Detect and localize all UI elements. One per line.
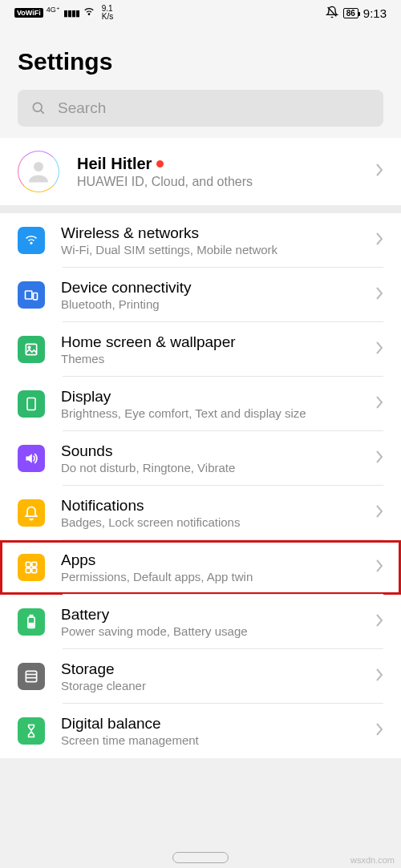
item-sub: Themes — [61, 352, 359, 365]
item-title: Storage — [61, 660, 359, 678]
search-placeholder: Search — [58, 99, 106, 117]
item-title: Sounds — [61, 442, 359, 460]
item-title: Apps — [61, 551, 359, 569]
svg-rect-8 — [27, 398, 35, 410]
item-text: AppsPermissions, Default apps, App twin — [61, 551, 359, 583]
settings-item-battery[interactable]: BatteryPower saving mode, Battery usage — [0, 595, 401, 649]
item-text: StorageStorage cleaner — [61, 660, 359, 692]
item-title: Digital balance — [61, 715, 359, 733]
image-icon — [18, 336, 45, 363]
settings-list: Wireless & networksWi-Fi, Dual SIM setti… — [0, 213, 401, 758]
svg-rect-14 — [30, 616, 32, 618]
svg-rect-15 — [30, 624, 34, 627]
settings-item-bell[interactable]: NotificationsBadges, Lock screen notific… — [0, 486, 401, 540]
network-gen: 4G⁺ — [47, 6, 60, 14]
chevron-right-icon — [375, 395, 383, 413]
wifi-icon — [18, 227, 45, 254]
svg-line-2 — [41, 111, 44, 114]
chevron-right-icon — [375, 504, 383, 522]
item-sub: Brightness, Eye comfort, Text and displa… — [61, 406, 359, 420]
item-text: Wireless & networksWi-Fi, Dual SIM setti… — [61, 224, 359, 256]
item-title: Notifications — [61, 497, 359, 515]
item-text: Digital balanceScreen time management — [61, 715, 359, 747]
chevron-right-icon — [375, 163, 383, 180]
sound-icon — [18, 445, 45, 472]
settings-item-image[interactable]: Home screen & wallpaperThemes — [0, 322, 401, 377]
search-container: Search — [0, 90, 401, 138]
settings-item-hourglass[interactable]: Digital balanceScreen time management — [0, 704, 401, 758]
svg-rect-6 — [26, 344, 36, 354]
network-speed: 9.1 K/s — [102, 5, 113, 21]
clock: 9:13 — [363, 6, 387, 20]
item-text: NotificationsBadges, Lock screen notific… — [61, 497, 359, 529]
watermark: wsxdn.com — [350, 855, 395, 865]
signal-icon: ▮▮▮▮ — [63, 8, 79, 18]
notification-dot-icon — [156, 160, 164, 168]
settings-item-apps[interactable]: AppsPermissions, Default apps, App twin — [0, 540, 401, 595]
account-text: Heil Hitler HUAWEI ID, Cloud, and others — [77, 155, 358, 189]
page-title: Settings — [0, 26, 401, 90]
chevron-right-icon — [375, 286, 383, 304]
section-gap — [0, 205, 401, 213]
battery-indicator: 86 — [343, 8, 358, 18]
svg-point-3 — [34, 162, 43, 172]
apps-icon — [18, 554, 45, 581]
chevron-right-icon — [375, 613, 383, 631]
svg-rect-9 — [26, 562, 30, 567]
hourglass-icon — [18, 717, 45, 745]
settings-item-devices[interactable]: Device connectivityBluetooth, Printing — [0, 268, 401, 322]
svg-point-1 — [33, 103, 42, 111]
chevron-right-icon — [375, 341, 383, 358]
item-text: BatteryPower saving mode, Battery usage — [61, 606, 359, 638]
chevron-right-icon — [375, 722, 383, 740]
display-icon — [18, 390, 45, 418]
home-indicator[interactable] — [172, 852, 229, 863]
item-sub: Screen time management — [61, 733, 359, 747]
item-sub: Do not disturb, Ringtone, Vibrate — [61, 461, 359, 474]
item-text: SoundsDo not disturb, Ringtone, Vibrate — [61, 442, 359, 474]
item-title: Home screen & wallpaper — [61, 333, 359, 351]
search-icon — [30, 100, 47, 116]
mute-icon — [326, 6, 338, 21]
item-title: Wireless & networks — [61, 224, 359, 242]
svg-rect-4 — [26, 291, 32, 299]
item-text: Device connectivityBluetooth, Printing — [61, 279, 359, 311]
account-row[interactable]: Heil Hitler HUAWEI ID, Cloud, and others — [0, 138, 401, 205]
bell-icon — [18, 499, 45, 527]
item-title: Display — [61, 388, 359, 406]
storage-icon — [18, 663, 45, 690]
search-input[interactable]: Search — [18, 90, 383, 127]
item-sub: Badges, Lock screen notifications — [61, 515, 359, 529]
chevron-right-icon — [375, 450, 383, 467]
item-title: Device connectivity — [61, 279, 359, 297]
settings-item-display[interactable]: DisplayBrightness, Eye comfort, Text and… — [0, 377, 401, 431]
item-sub: Power saving mode, Battery usage — [61, 624, 359, 638]
settings-item-sound[interactable]: SoundsDo not disturb, Ringtone, Vibrate — [0, 431, 401, 486]
item-sub: Bluetooth, Printing — [61, 297, 359, 311]
chevron-right-icon — [375, 559, 383, 576]
avatar — [18, 151, 59, 192]
status-right: 86 9:13 — [326, 6, 387, 21]
chevron-right-icon — [375, 668, 383, 685]
svg-point-7 — [28, 346, 30, 349]
svg-rect-12 — [32, 568, 37, 573]
account-name: Heil Hitler — [77, 155, 358, 173]
devices-icon — [18, 281, 45, 309]
account-sub: HUAWEI ID, Cloud, and others — [77, 175, 358, 189]
settings-item-wifi[interactable]: Wireless & networksWi-Fi, Dual SIM setti… — [0, 213, 401, 268]
vowifi-badge: VoWiFi — [14, 8, 43, 18]
svg-rect-10 — [32, 562, 37, 567]
wifi-status-icon — [83, 6, 95, 21]
svg-rect-16 — [26, 671, 36, 681]
item-sub: Wi-Fi, Dual SIM settings, Mobile network — [61, 243, 359, 256]
svg-rect-11 — [26, 568, 30, 573]
status-left: VoWiFi 4G⁺ ▮▮▮▮ 9.1 K/s — [14, 5, 113, 21]
chevron-right-icon — [375, 232, 383, 249]
item-text: DisplayBrightness, Eye comfort, Text and… — [61, 388, 359, 420]
settings-item-storage[interactable]: StorageStorage cleaner — [0, 649, 401, 704]
item-text: Home screen & wallpaperThemes — [61, 333, 359, 365]
item-title: Battery — [61, 606, 359, 624]
status-bar: VoWiFi 4G⁺ ▮▮▮▮ 9.1 K/s 86 9:13 — [0, 0, 401, 26]
item-sub: Storage cleaner — [61, 679, 359, 692]
item-sub: Permissions, Default apps, App twin — [61, 570, 359, 583]
